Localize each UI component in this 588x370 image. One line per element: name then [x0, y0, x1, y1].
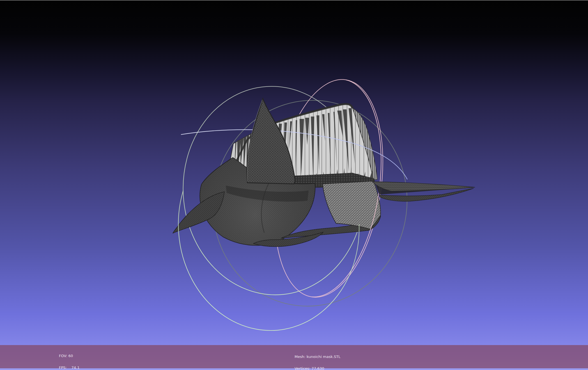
mesh-name-readout: Mesh: kunoichi mask.STL — [295, 355, 341, 359]
window-top-edge — [0, 0, 588, 1]
hud-left-block: FOV: 60 FPS: 74.1 BO_RENDERING — [59, 346, 88, 370]
fps-readout: FPS: 74.1 — [59, 366, 88, 370]
mesh-scene[interactable] — [0, 0, 588, 370]
mask-right-panel — [323, 181, 381, 229]
viewport-3d[interactable]: FOV: 60 FPS: 74.1 BO_RENDERING Mesh: kun… — [0, 0, 588, 370]
hud-right-block: Mesh: kunoichi mask.STL Vertices: 77,630… — [295, 347, 341, 370]
mask-right-blade-upper — [372, 182, 475, 191]
vertices-readout: Vertices: 77,630 — [295, 367, 341, 370]
status-bar: FOV: 60 FPS: 74.1 BO_RENDERING Mesh: kun… — [0, 345, 588, 368]
fov-readout: FOV: 60 — [59, 354, 88, 358]
